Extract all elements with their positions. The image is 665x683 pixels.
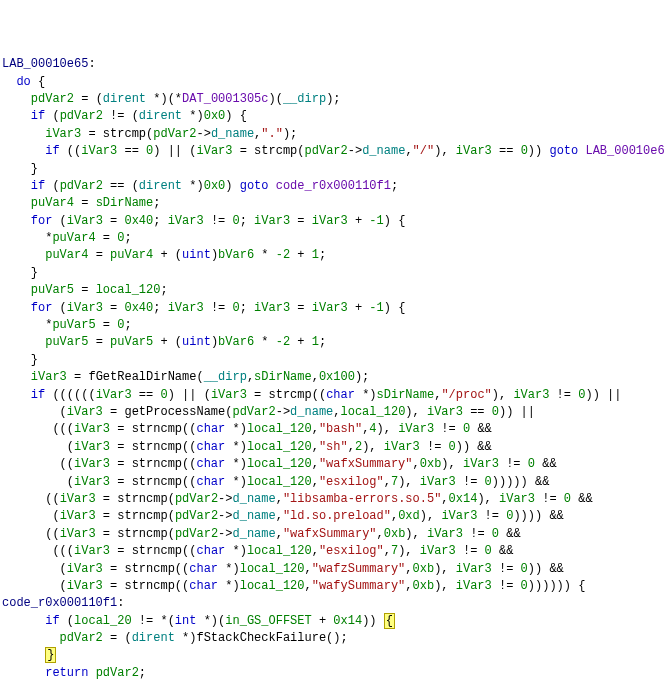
line: for (iVar3 = 0x40; iVar3 != 0; iVar3 = i… (2, 214, 405, 228)
line: ((iVar3 = strncmp(pdVar2->d_name,"libsam… (2, 492, 593, 506)
line: iVar3 = strcmp(pdVar2->d_name,"."); (2, 127, 297, 141)
line: (iVar3 = strncmp((char *)local_120,"esxi… (2, 475, 549, 489)
highlighted-open-brace: { (384, 613, 395, 629)
line: *puVar4 = 0; (2, 231, 132, 245)
line: ((iVar3 = strncmp(pdVar2->d_name,"wafxSu… (2, 527, 521, 541)
label-code-r0x000110f1: code_r0x000110f1 (2, 596, 117, 610)
line: puVar5 = puVar5 + (uint)bVar6 * -2 + 1; (2, 335, 326, 349)
line: if (local_20 != *(int *)(in_GS_OFFSET + … (2, 614, 395, 628)
decompiled-code-block: LAB_00010e65: do { pdVar2 = (dirent *)(*… (0, 35, 665, 683)
line: } (2, 162, 38, 176)
highlighted-close-brace: } (45, 647, 56, 663)
line: } (2, 648, 56, 662)
line: do { (2, 75, 45, 89)
line: (iVar3 = getProcessName(pdVar2->d_name,l… (2, 405, 535, 419)
line: *puVar5 = 0; (2, 318, 132, 332)
line: puVar4 = sDirName; (2, 196, 160, 210)
line: } (2, 266, 38, 280)
line: (iVar3 = strncmp(pdVar2->d_name,"ld.so.p… (2, 509, 564, 523)
line: puVar4 = puVar4 + (uint)bVar6 * -2 + 1; (2, 248, 326, 262)
line: if ((((((iVar3 == 0) || (iVar3 = strcmp(… (2, 388, 621, 402)
label-lab-00010e65: LAB_00010e65 (2, 57, 88, 71)
line: } (2, 353, 38, 367)
line: return pdVar2; (2, 666, 146, 680)
line: (iVar3 = strncmp((char *)local_120,"wafz… (2, 562, 564, 576)
line: (((iVar3 = strncmp((char *)local_120,"ba… (2, 422, 492, 436)
line: for (iVar3 = 0x40; iVar3 != 0; iVar3 = i… (2, 301, 405, 315)
colon: : (88, 57, 95, 71)
line: (iVar3 = strncmp((char *)local_120,"sh",… (2, 440, 492, 454)
line: pdVar2 = (dirent *)fStackCheckFailure(); (2, 631, 348, 645)
line: if ((iVar3 == 0) || (iVar3 = strcmp(pdVa… (2, 144, 665, 158)
line: ((iVar3 = strncmp((char *)local_120,"waf… (2, 457, 557, 471)
line: if (pdVar2 != (dirent *)0x0) { (2, 109, 247, 123)
line: (iVar3 = strncmp((char *)local_120,"wafy… (2, 579, 585, 593)
line: if (pdVar2 == (dirent *)0x0) goto code_r… (2, 179, 398, 193)
line: pdVar2 = (dirent *)(*DAT_0001305c)(__dir… (2, 92, 341, 106)
line: puVar5 = local_120; (2, 283, 168, 297)
line: (((iVar3 = strncmp((char *)local_120,"es… (2, 544, 513, 558)
line: iVar3 = fGetRealDirName(__dirp,sDirName,… (2, 370, 369, 384)
